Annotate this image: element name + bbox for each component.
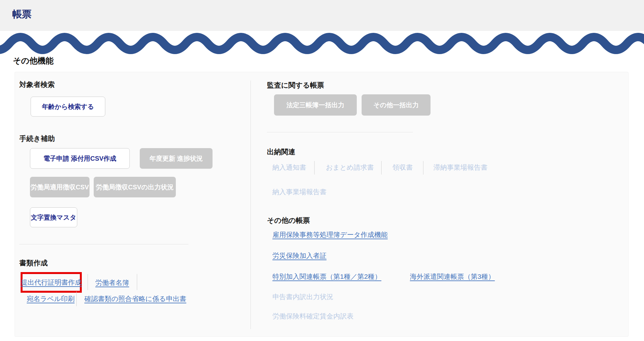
link-address-label-print[interactable]: 宛名ラベル印刷 — [27, 294, 74, 303]
statutory-ledgers-batch-output-button: 法定三帳簿一括出力 — [274, 94, 357, 116]
labor-bureau-csv-status-button: 労働局徴収CSVの出力状況 — [94, 177, 176, 197]
separator — [76, 291, 77, 306]
other-forms-section-heading: その他の帳票 — [267, 216, 310, 225]
labor-bureau-apply-csv-button: 労働局適用徴収CSV — [30, 177, 90, 197]
link-delinquent-workplace-report: 滞納事業場報告書 — [433, 163, 488, 172]
wave-divider — [0, 31, 644, 58]
link-special-enrollment-forms[interactable]: 特別加入関連帳票（第1種／第2種） — [272, 272, 381, 281]
link-wage-breakdown-table: 労働保険料確定賃金内訳表 — [272, 312, 354, 320]
link-overseas-dispatch-forms[interactable]: 海外派遣関連帳票（第3種） — [410, 272, 495, 281]
link-rosai-insurance-card[interactable]: 労災保険加入者証 — [272, 251, 327, 260]
link-payment-notice: 納入通知書 — [272, 163, 306, 172]
highlight-box: 提出代行証明書作成 — [21, 272, 82, 293]
right-divider — [267, 132, 413, 132]
link-worker-roster[interactable]: 労働者名簿 — [95, 278, 129, 287]
page-title: 帳票 — [12, 9, 32, 19]
annual-update-progress-button: 年度更新 進捗状況 — [140, 148, 213, 169]
search-by-age-button[interactable]: 年齢から検索する — [31, 97, 105, 117]
cashier-section-heading: 出納関連 — [267, 148, 295, 156]
search-section-heading: 対象者検索 — [19, 81, 55, 89]
link-submission-proxy-cert[interactable]: 提出代行証明書作成 — [21, 278, 82, 287]
left-divider — [19, 244, 188, 244]
other-batch-output-button: その他一括出力 — [362, 94, 431, 116]
section-title: その他機能 — [13, 55, 53, 66]
forms-page: 帳票 その他機能 対象者検索 年齢から検索する 手続き補助 電子申請 添付用CS… — [0, 0, 644, 341]
procedure-section-heading: 手続き補助 — [19, 135, 55, 143]
separator — [88, 274, 88, 290]
link-employment-insurance-data-tool[interactable]: 雇用保険事務等処理簿データ作成機能 — [272, 230, 388, 239]
csv-for-eapplication-button[interactable]: 電子申請 添付用CSV作成 — [30, 148, 130, 169]
link-combined-invoice: おまとめ請求書 — [326, 163, 374, 172]
separator — [137, 274, 137, 290]
link-receipt: 領収書 — [393, 163, 413, 172]
link-return-breakdown-status: 申告書内訳出力状況 — [272, 292, 333, 301]
column-divider — [251, 81, 251, 329]
separator — [314, 161, 315, 175]
audit-section-heading: 監査に関する帳票 — [267, 81, 324, 90]
header-bar: 帳票 — [0, 0, 644, 31]
char-replace-master-button[interactable]: 文字置換マスタ — [30, 207, 77, 227]
link-verification-omission-request[interactable]: 確認書類の照合省略に係る申出書 — [84, 294, 186, 303]
documents-section-heading: 書類作成 — [19, 259, 48, 267]
separator — [381, 161, 382, 175]
link-payment-workplace-report: 納入事業場報告書 — [272, 187, 327, 196]
separator — [423, 161, 423, 175]
